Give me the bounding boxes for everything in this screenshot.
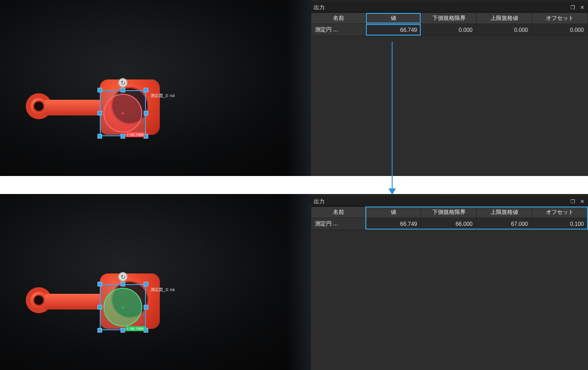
cell-name[interactable]: 測定円 ... xyxy=(311,24,366,36)
table-header-row: 名前 値 下側規格限界 上限規格値 オフセット xyxy=(311,207,588,218)
table-row[interactable]: 測定円 ... 66.749 0.000 0.000 0.000 xyxy=(311,24,588,36)
resize-handle[interactable] xyxy=(121,282,125,286)
resize-handle[interactable] xyxy=(144,111,148,115)
panel-title: 出力 xyxy=(314,198,325,206)
resize-handle[interactable] xyxy=(121,88,125,92)
state-before: + ↻ r: 66.7488 測定図_3: roi ······ 出力 ❐ ✕ xyxy=(0,0,588,176)
resize-handle[interactable] xyxy=(97,134,102,139)
col-name[interactable]: 名前 xyxy=(311,207,366,218)
cell-upper[interactable]: 0.000 xyxy=(477,24,532,36)
close-button-icon[interactable]: ✕ xyxy=(579,199,585,205)
resize-handle[interactable] xyxy=(121,134,125,139)
camera-viewport-bottom[interactable]: + ↻ r: 66.7488 測定図_3: roi xyxy=(0,194,310,370)
resize-handle[interactable] xyxy=(144,282,148,286)
col-offset[interactable]: オフセット xyxy=(532,207,588,218)
dock-button-icon[interactable]: ❐ xyxy=(570,5,576,11)
cell-lower[interactable]: 0.000 xyxy=(421,24,477,36)
panel-header: 出力 ❐ ✕ xyxy=(311,197,588,206)
cell-offset[interactable]: 0.100 xyxy=(532,218,588,230)
roi-radius-badge: r: 66.7488 xyxy=(126,326,145,331)
camera-viewport-top[interactable]: + ↻ r: 66.7488 測定図_3: roi xyxy=(0,0,310,176)
col-name[interactable]: 名前 xyxy=(311,13,366,24)
resize-handle[interactable] xyxy=(97,88,102,92)
center-cross-icon: + xyxy=(120,110,126,116)
roi-radius-badge: r: 66.7488 xyxy=(126,132,145,137)
col-value[interactable]: 値 xyxy=(366,13,421,24)
col-upper[interactable]: 上限規格値 xyxy=(477,13,532,24)
col-value[interactable]: 値 xyxy=(366,207,421,218)
panel-drag-dots-icon[interactable]: ······ xyxy=(311,194,588,197)
col-lower[interactable]: 下側規格限界 xyxy=(421,207,477,218)
panel-drag-dots-icon[interactable]: ······ xyxy=(311,0,588,3)
measure-roi-pass[interactable]: + ↻ r: 66.7488 測定図_3: roi xyxy=(100,284,146,330)
col-lower[interactable]: 下側規格限界 xyxy=(421,13,477,24)
resize-handle[interactable] xyxy=(97,282,102,286)
state-after: + ↻ r: 66.7488 測定図_3: roi ······ 出力 ❐ ✕ xyxy=(0,194,588,370)
cell-value-pass[interactable]: 66.749 xyxy=(366,218,421,230)
col-offset[interactable]: オフセット xyxy=(532,13,588,24)
panel-title: 出力 xyxy=(314,4,325,12)
table-header-row: 名前 値 下側規格限界 上限規格値 オフセット xyxy=(311,13,588,24)
dock-button-icon[interactable]: ❐ xyxy=(570,199,576,205)
cell-name[interactable]: 測定円 ... xyxy=(311,218,366,230)
center-cross-icon: + xyxy=(120,304,126,310)
resize-handle[interactable] xyxy=(121,328,125,333)
cell-lower[interactable]: 66.000 xyxy=(421,218,477,230)
resize-handle[interactable] xyxy=(97,328,102,333)
rotate-handle-icon[interactable]: ↻ xyxy=(118,272,127,281)
resize-handle[interactable] xyxy=(97,305,102,309)
output-panel-bottom: ······ 出力 ❐ ✕ 名前 値 下側規格限界 上限規格値 オフセット xyxy=(310,194,588,370)
resize-handle[interactable] xyxy=(144,88,148,92)
output-table-top: 名前 値 下側規格限界 上限規格値 オフセット 測定円 ... 66.749 0… xyxy=(311,12,588,36)
cell-upper[interactable]: 67.000 xyxy=(477,218,532,230)
measure-roi-fail[interactable]: + ↻ r: 66.7488 測定図_3: roi xyxy=(100,90,146,136)
output-panel-top: ······ 出力 ❐ ✕ 名前 値 下側規格限界 上限規格値 オフセット xyxy=(310,0,588,176)
close-button-icon[interactable]: ✕ xyxy=(579,5,585,11)
cell-offset[interactable]: 0.000 xyxy=(532,24,588,36)
resize-handle[interactable] xyxy=(97,111,102,115)
table-row[interactable]: 測定円 ... 66.749 66.000 67.000 0.100 xyxy=(311,218,588,230)
panel-header: 出力 ❐ ✕ xyxy=(311,3,588,12)
transition-arrow-icon xyxy=(392,42,393,194)
output-table-bottom: 名前 値 下側規格限界 上限規格値 オフセット 測定円 ... 66.749 6… xyxy=(311,206,588,230)
roi-name-label: 測定図_3: roi xyxy=(151,93,175,99)
col-upper[interactable]: 上限規格値 xyxy=(477,207,532,218)
roi-name-label: 測定図_3: roi xyxy=(151,287,175,293)
rotate-handle-icon[interactable]: ↻ xyxy=(118,78,127,87)
resize-handle[interactable] xyxy=(144,305,148,309)
cell-value-fail[interactable]: 66.749 xyxy=(366,24,421,36)
